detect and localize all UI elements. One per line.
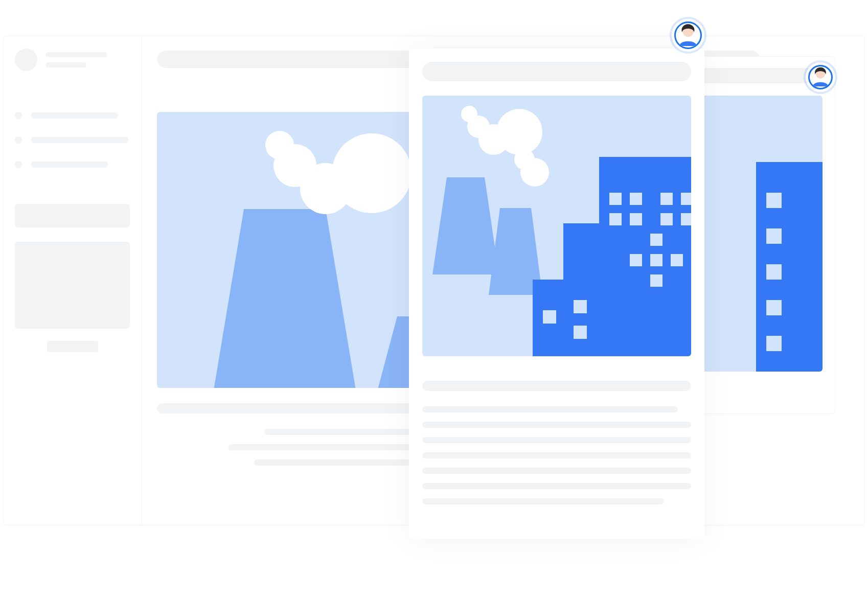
building-icon [533, 157, 691, 356]
skeleton-line [31, 162, 108, 168]
svg-rect-24 [660, 193, 673, 205]
skeleton-line [45, 52, 107, 57]
sidebar-button-skeleton [47, 341, 98, 352]
bullet-skeleton [15, 112, 22, 119]
sidebar-card-skeleton [15, 242, 130, 329]
person-icon [808, 65, 833, 89]
sidebar-profile-skeleton [15, 49, 130, 71]
sidebar-card-skeleton [15, 204, 130, 227]
skeleton-line [422, 468, 691, 474]
sidebar-item-skeleton [15, 112, 130, 119]
svg-rect-5 [766, 193, 782, 208]
illustration-stage [0, 0, 868, 598]
skeleton-line [422, 437, 691, 443]
building-icon [756, 162, 823, 372]
sidebar-skeleton [4, 36, 142, 525]
svg-rect-30 [650, 274, 663, 287]
svg-rect-9 [766, 336, 782, 351]
bullet-skeleton [15, 136, 22, 144]
svg-rect-23 [630, 213, 642, 225]
svg-rect-25 [681, 193, 691, 205]
svg-rect-19 [533, 280, 584, 356]
title-skeleton [422, 381, 691, 391]
cooling-tower-icon [213, 209, 356, 388]
svg-point-16 [511, 140, 526, 154]
svg-rect-32 [671, 254, 683, 266]
skeleton-line [422, 452, 691, 458]
sidebar-item-skeleton [15, 161, 130, 168]
svg-rect-7 [766, 264, 782, 280]
svg-rect-8 [766, 300, 782, 315]
svg-rect-28 [650, 234, 663, 246]
svg-point-13 [461, 106, 477, 122]
svg-rect-20 [609, 193, 622, 205]
svg-rect-22 [609, 213, 622, 225]
svg-rect-21 [630, 193, 642, 205]
bullet-skeleton [15, 161, 22, 168]
skeleton-line [31, 137, 128, 143]
avatar-placeholder [15, 49, 37, 71]
svg-rect-31 [630, 254, 642, 266]
svg-rect-6 [766, 228, 782, 244]
sidebar-item-skeleton [15, 136, 130, 144]
svg-rect-26 [660, 213, 673, 225]
skeleton-line [422, 422, 691, 428]
svg-rect-34 [574, 326, 587, 339]
skeleton-line [422, 483, 691, 489]
skeleton-line [422, 406, 678, 412]
person-icon [674, 21, 702, 49]
svg-point-3 [265, 131, 294, 159]
sidebar-menu-skeleton [15, 112, 130, 168]
svg-rect-29 [650, 254, 663, 266]
profile-lines [45, 52, 107, 67]
front-device-card [409, 49, 704, 539]
skeleton-line [31, 112, 118, 119]
svg-rect-33 [574, 300, 587, 313]
skeleton-line [422, 498, 664, 504]
hero-illustration-front [422, 96, 691, 356]
user-avatar-badge [672, 19, 704, 52]
cloud-icon [264, 122, 418, 214]
svg-rect-4 [756, 162, 823, 372]
svg-rect-35 [543, 310, 556, 324]
skeleton-line [45, 62, 86, 67]
paragraph-skeleton [422, 406, 691, 504]
svg-rect-27 [681, 213, 691, 225]
topbar-skeleton [422, 62, 691, 81]
user-avatar-badge [806, 62, 835, 92]
